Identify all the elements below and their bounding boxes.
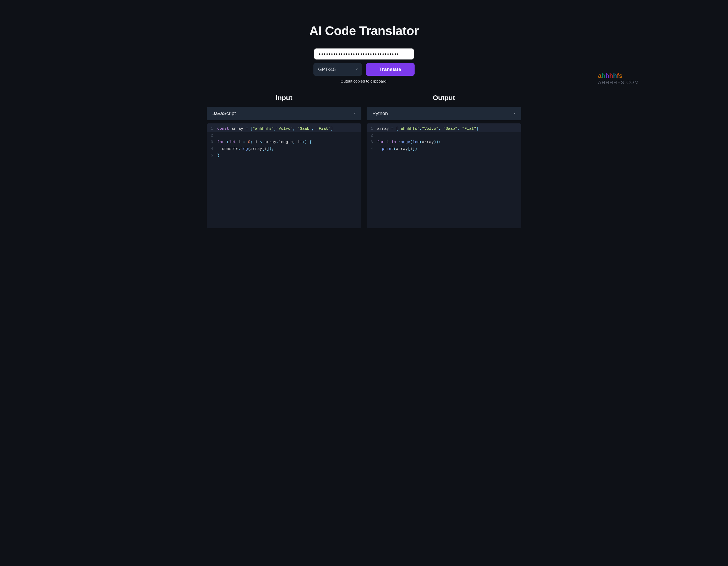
line-number: 5 <box>207 152 217 159</box>
watermark: ahhhhfs AHHHHFS.COM <box>598 72 639 85</box>
output-language-value: Python <box>372 111 388 116</box>
code-panels: Input JavaScript 1const array = ["ahhhhf… <box>207 94 521 228</box>
page-title: AI Code Translator <box>207 24 521 38</box>
input-language-value: JavaScript <box>213 111 236 116</box>
translate-button[interactable]: Translate <box>366 63 415 76</box>
line-content: print(array[i]) <box>377 146 521 153</box>
code-line: 3for (let i = 0; i < array.length; i++) … <box>207 139 361 146</box>
line-content: } <box>217 152 361 159</box>
line-content: array = ["ahhhhfs","Volvo", "Saab", "Fia… <box>377 126 521 132</box>
line-number: 3 <box>207 139 217 146</box>
output-code-editor[interactable]: 1array = ["ahhhhfs","Volvo", "Saab", "Fi… <box>367 123 521 228</box>
watermark-domain: AHHHHFS.COM <box>598 80 639 85</box>
line-content: for (let i = 0; i < array.length; i++) { <box>217 139 361 146</box>
input-panel: Input JavaScript 1const array = ["ahhhhf… <box>207 94 361 228</box>
chevron-down-icon <box>513 111 517 116</box>
code-line: 1array = ["ahhhhfs","Volvo", "Saab", "Fi… <box>367 123 521 132</box>
watermark-brand: ahhhhfs <box>598 72 639 79</box>
line-number: 4 <box>207 146 217 153</box>
code-line: 5} <box>207 152 361 159</box>
line-content <box>377 132 521 139</box>
status-message: Output copied to clipboard! <box>207 79 521 83</box>
line-number: 3 <box>367 139 377 146</box>
line-number: 2 <box>367 132 377 139</box>
code-line: 3for i in range(len(array)): <box>367 139 521 146</box>
line-number: 4 <box>367 146 377 153</box>
line-content: for i in range(len(array)): <box>377 139 521 146</box>
model-select-value: GPT-3.5 <box>318 67 336 72</box>
line-number: 1 <box>367 126 377 132</box>
line-number: 2 <box>207 132 217 139</box>
input-language-select[interactable]: JavaScript <box>207 107 361 120</box>
input-panel-title: Input <box>207 94 361 102</box>
line-content: console.log(array[i]); <box>217 146 361 153</box>
code-line: 2 <box>367 132 521 139</box>
controls-section: GPT-3.5 Translate <box>207 48 521 76</box>
control-row: GPT-3.5 Translate <box>313 63 415 76</box>
api-key-input[interactable] <box>314 48 414 59</box>
chevron-down-icon <box>353 111 357 116</box>
line-content <box>217 132 361 139</box>
line-number: 1 <box>207 126 217 132</box>
output-language-select[interactable]: Python <box>367 107 521 120</box>
model-select[interactable]: GPT-3.5 <box>313 63 362 76</box>
code-line: 2 <box>207 132 361 139</box>
code-line: 4 console.log(array[i]); <box>207 146 361 153</box>
code-line: 4 print(array[i]) <box>367 146 521 153</box>
output-panel-title: Output <box>367 94 521 102</box>
chevron-down-icon <box>355 67 358 72</box>
input-code-editor[interactable]: 1const array = ["ahhhhfs","Volvo", "Saab… <box>207 123 361 228</box>
line-content: const array = ["ahhhhfs","Volvo", "Saab"… <box>217 126 361 132</box>
code-line: 1const array = ["ahhhhfs","Volvo", "Saab… <box>207 123 361 132</box>
output-panel: Output Python 1array = ["ahhhhfs","Volvo… <box>367 94 521 228</box>
